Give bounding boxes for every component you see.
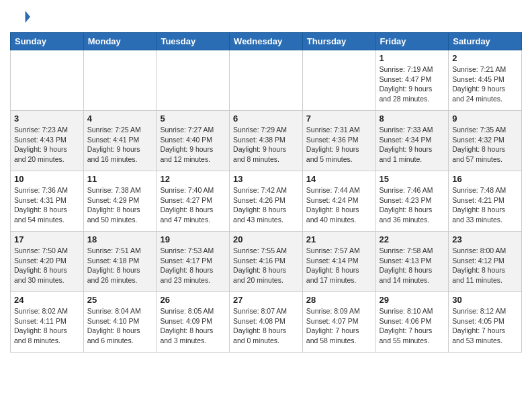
calendar-week-3: 10Sunrise: 7:36 AMSunset: 4:31 PMDayligh… [11,171,522,232]
calendar-header-row: SundayMondayTuesdayWednesdayThursdayFrid… [11,33,522,50]
calendar-cell: 3Sunrise: 7:23 AMSunset: 4:43 PMDaylight… [11,111,84,171]
calendar-cell [302,50,375,111]
day-number: 22 [380,234,445,244]
calendar-cell: 17Sunrise: 7:50 AMSunset: 4:20 PMDayligh… [11,232,84,292]
calendar-cell: 9Sunrise: 7:35 AMSunset: 4:32 PMDaylight… [449,111,522,171]
calendar-cell: 26Sunrise: 8:05 AMSunset: 4:09 PMDayligh… [157,292,230,353]
day-number: 30 [452,295,518,305]
calendar-cell: 16Sunrise: 7:48 AMSunset: 4:21 PMDayligh… [449,171,522,232]
day-info: Sunrise: 8:07 AMSunset: 4:08 PMDaylight:… [233,306,299,346]
day-info: Sunrise: 7:38 AMSunset: 4:29 PMDaylight:… [87,185,153,225]
calendar-cell: 2Sunrise: 7:21 AMSunset: 4:45 PMDaylight… [449,50,522,111]
day-number: 27 [233,295,299,305]
day-number: 13 [233,174,299,184]
day-number: 3 [14,113,80,124]
day-info: Sunrise: 7:19 AMSunset: 4:47 PMDaylight:… [380,64,445,104]
calendar-cell: 27Sunrise: 8:07 AMSunset: 4:08 PMDayligh… [230,292,303,353]
day-info: Sunrise: 7:29 AMSunset: 4:38 PMDaylight:… [233,125,299,165]
day-info: Sunrise: 7:58 AMSunset: 4:13 PMDaylight:… [380,246,445,285]
calendar-cell [11,50,84,111]
col-header-thursday: Thursday [302,33,375,50]
day-number: 19 [160,234,226,244]
col-header-saturday: Saturday [449,33,522,50]
day-number: 7 [306,113,372,124]
day-info: Sunrise: 7:35 AMSunset: 4:32 PMDaylight:… [452,125,518,165]
day-number: 6 [233,113,299,124]
day-info: Sunrise: 8:05 AMSunset: 4:09 PMDaylight:… [160,306,226,346]
calendar-cell: 11Sunrise: 7:38 AMSunset: 4:29 PMDayligh… [83,171,157,232]
calendar-cell: 18Sunrise: 7:51 AMSunset: 4:18 PMDayligh… [83,232,157,292]
calendar-cell: 6Sunrise: 7:29 AMSunset: 4:38 PMDaylight… [230,111,303,171]
calendar-cell: 13Sunrise: 7:42 AMSunset: 4:26 PMDayligh… [230,171,303,232]
day-number: 16 [452,174,518,184]
day-number: 14 [306,174,372,184]
svg-marker-0 [26,11,31,23]
day-info: Sunrise: 7:55 AMSunset: 4:16 PMDaylight:… [233,246,299,285]
calendar-cell: 5Sunrise: 7:27 AMSunset: 4:40 PMDaylight… [157,111,230,171]
day-number: 9 [452,113,518,124]
day-number: 10 [14,174,80,184]
day-info: Sunrise: 7:23 AMSunset: 4:43 PMDaylight:… [14,125,80,165]
calendar-week-4: 17Sunrise: 7:50 AMSunset: 4:20 PMDayligh… [11,232,522,292]
col-header-friday: Friday [375,33,449,50]
calendar-cell: 10Sunrise: 7:36 AMSunset: 4:31 PMDayligh… [11,171,84,232]
day-info: Sunrise: 7:42 AMSunset: 4:26 PMDaylight:… [233,185,299,225]
day-number: 15 [380,174,445,184]
calendar-week-5: 24Sunrise: 8:02 AMSunset: 4:11 PMDayligh… [11,292,522,353]
col-header-wednesday: Wednesday [230,33,303,50]
col-header-tuesday: Tuesday [157,33,230,50]
day-number: 24 [14,295,80,305]
day-number: 23 [452,234,518,244]
day-info: Sunrise: 7:46 AMSunset: 4:23 PMDaylight:… [380,185,445,225]
day-number: 17 [14,234,80,244]
calendar-cell: 21Sunrise: 7:57 AMSunset: 4:14 PMDayligh… [302,232,375,292]
calendar-cell: 4Sunrise: 7:25 AMSunset: 4:41 PMDaylight… [83,111,157,171]
calendar-cell [157,50,230,111]
calendar-week-2: 3Sunrise: 7:23 AMSunset: 4:43 PMDaylight… [11,111,522,171]
day-info: Sunrise: 8:04 AMSunset: 4:10 PMDaylight:… [87,306,153,346]
col-header-monday: Monday [83,33,157,50]
day-number: 26 [160,295,226,305]
day-number: 28 [306,295,372,305]
calendar-cell: 23Sunrise: 8:00 AMSunset: 4:12 PMDayligh… [449,232,522,292]
calendar-cell: 30Sunrise: 8:12 AMSunset: 4:05 PMDayligh… [449,292,522,353]
day-info: Sunrise: 7:50 AMSunset: 4:20 PMDaylight:… [14,246,80,285]
day-number: 18 [87,234,153,244]
day-number: 12 [160,174,226,184]
day-number: 4 [87,113,153,124]
day-info: Sunrise: 8:09 AMSunset: 4:07 PMDaylight:… [306,306,372,346]
day-info: Sunrise: 7:33 AMSunset: 4:34 PMDaylight:… [380,125,445,165]
day-number: 25 [87,295,153,305]
day-info: Sunrise: 7:25 AMSunset: 4:41 PMDaylight:… [87,125,153,165]
calendar-cell [83,50,157,111]
page: SundayMondayTuesdayWednesdayThursdayFrid… [0,0,532,411]
logo-icon [10,7,30,27]
calendar-cell: 1Sunrise: 7:19 AMSunset: 4:47 PMDaylight… [375,50,449,111]
day-number: 2 [452,53,518,63]
calendar-cell: 14Sunrise: 7:44 AMSunset: 4:24 PMDayligh… [302,171,375,232]
calendar-cell: 19Sunrise: 7:53 AMSunset: 4:17 PMDayligh… [157,232,230,292]
day-info: Sunrise: 7:44 AMSunset: 4:24 PMDaylight:… [306,185,372,225]
calendar-cell [230,50,303,111]
calendar-cell: 29Sunrise: 8:10 AMSunset: 4:06 PMDayligh… [375,292,449,353]
day-number: 20 [233,234,299,244]
day-info: Sunrise: 7:53 AMSunset: 4:17 PMDaylight:… [160,246,226,285]
day-info: Sunrise: 7:36 AMSunset: 4:31 PMDaylight:… [14,185,80,225]
day-info: Sunrise: 8:00 AMSunset: 4:12 PMDaylight:… [452,246,518,285]
calendar-cell: 20Sunrise: 7:55 AMSunset: 4:16 PMDayligh… [230,232,303,292]
day-info: Sunrise: 8:12 AMSunset: 4:05 PMDaylight:… [452,306,518,346]
day-number: 21 [306,234,372,244]
calendar-cell: 22Sunrise: 7:58 AMSunset: 4:13 PMDayligh… [375,232,449,292]
col-header-sunday: Sunday [11,33,84,50]
day-info: Sunrise: 7:51 AMSunset: 4:18 PMDaylight:… [87,246,153,285]
calendar-cell: 12Sunrise: 7:40 AMSunset: 4:27 PMDayligh… [157,171,230,232]
day-number: 11 [87,174,153,184]
day-info: Sunrise: 7:21 AMSunset: 4:45 PMDaylight:… [452,64,518,104]
calendar-table: SundayMondayTuesdayWednesdayThursdayFrid… [10,32,522,353]
day-info: Sunrise: 7:31 AMSunset: 4:36 PMDaylight:… [306,125,372,165]
calendar-cell: 25Sunrise: 8:04 AMSunset: 4:10 PMDayligh… [83,292,157,353]
logo [10,7,33,27]
calendar-week-1: 1Sunrise: 7:19 AMSunset: 4:47 PMDaylight… [11,50,522,111]
calendar-cell: 7Sunrise: 7:31 AMSunset: 4:36 PMDaylight… [302,111,375,171]
day-number: 29 [380,295,445,305]
